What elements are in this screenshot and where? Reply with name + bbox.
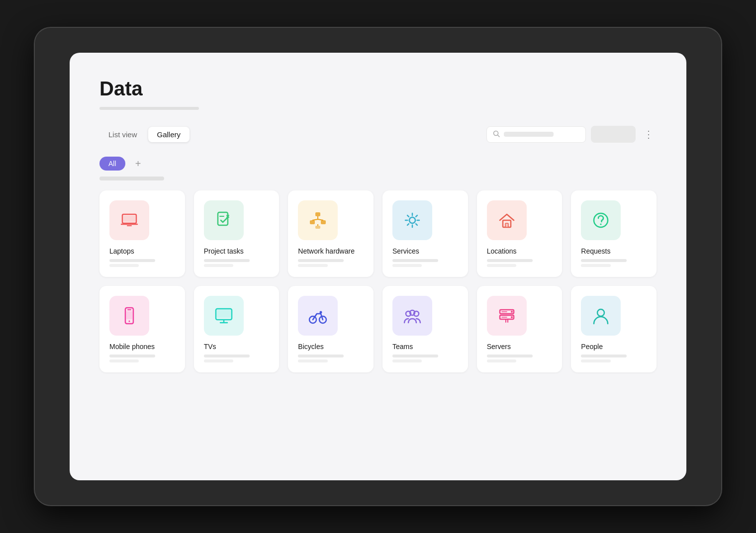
card-services[interactable]: Services — [382, 190, 468, 277]
add-section-button[interactable]: + — [131, 157, 145, 171]
card-people[interactable]: People — [571, 286, 657, 372]
card-meta-bar-servers — [487, 355, 533, 357]
filter-button[interactable] — [591, 126, 636, 143]
card-meta-bar-requests — [581, 259, 627, 262]
card-label-services: Services — [392, 247, 419, 255]
device-frame: Data List view Gallery ⋮ — [35, 28, 721, 505]
card-locations[interactable]: Locations — [477, 190, 563, 277]
svg-rect-9 — [315, 212, 320, 216]
card-meta-bar2-requests — [581, 264, 610, 267]
card-icon-bicycles — [298, 296, 338, 336]
section-controls: All + — [99, 157, 657, 171]
card-meta-bar2-bicycles — [298, 359, 327, 362]
svg-rect-4 — [127, 225, 132, 226]
card-meta-bar2-people — [581, 359, 610, 362]
card-tvs[interactable]: TVs — [194, 286, 280, 372]
card-icon-teams — [392, 296, 432, 336]
svg-line-1 — [498, 135, 500, 137]
card-servers[interactable]: Servers — [477, 286, 563, 372]
card-label-servers: Servers — [487, 343, 511, 351]
card-meta-bar-laptops — [109, 259, 155, 262]
svg-point-38 — [511, 311, 513, 313]
card-bicycles[interactable]: Bicycles — [288, 286, 374, 372]
card-teams[interactable]: Teams — [382, 286, 468, 372]
card-label-network-hardware: Network hardware — [298, 247, 355, 255]
svg-point-17 — [409, 217, 415, 223]
search-placeholder — [504, 132, 554, 137]
page-title: Data — [99, 78, 657, 100]
card-meta-bar2-servers — [487, 359, 516, 362]
svg-rect-29 — [217, 310, 231, 318]
svg-line-14 — [318, 219, 323, 220]
svg-line-13 — [312, 219, 318, 220]
svg-point-21 — [600, 224, 602, 225]
card-label-mobile-phones: Mobile phones — [109, 343, 155, 351]
card-icon-locations — [487, 200, 527, 240]
card-icon-laptops — [109, 200, 149, 240]
card-meta-bar2-tvs — [204, 359, 233, 362]
tab-list-view[interactable]: List view — [99, 127, 146, 142]
svg-rect-10 — [310, 220, 315, 224]
svg-point-32 — [320, 311, 322, 314]
card-meta-bar2-services — [392, 264, 422, 267]
svg-point-39 — [511, 316, 513, 318]
svg-rect-19 — [505, 223, 508, 227]
card-icon-servers — [487, 296, 527, 336]
card-label-bicycles: Bicycles — [298, 343, 323, 351]
card-mobile-phones[interactable]: Mobile phones — [99, 286, 185, 372]
toolbar: List view Gallery ⋮ — [99, 126, 657, 143]
card-label-people: People — [581, 343, 603, 351]
svg-rect-11 — [321, 220, 326, 224]
card-icon-requests — [581, 200, 621, 240]
section-label-bar — [99, 177, 164, 180]
card-icon-people — [581, 296, 621, 336]
view-tabs: List view Gallery — [99, 127, 189, 142]
card-meta-bar-tvs — [204, 355, 250, 357]
card-network-hardware[interactable]: Network hardware — [288, 190, 374, 277]
card-meta-bar2-mobile-phones — [109, 359, 139, 362]
title-underline — [99, 107, 199, 110]
card-project-tasks[interactable]: Project tasks — [194, 190, 280, 277]
card-label-teams: Teams — [392, 343, 413, 351]
svg-rect-15 — [315, 226, 320, 229]
svg-point-24 — [129, 321, 130, 322]
app-window: Data List view Gallery ⋮ — [70, 53, 686, 480]
card-meta-bar-people — [581, 355, 627, 357]
card-meta-bar2-laptops — [109, 264, 139, 267]
search-icon — [493, 130, 500, 139]
toolbar-right: ⋮ — [486, 126, 657, 143]
section-tab-all[interactable]: All — [99, 157, 125, 171]
card-laptops[interactable]: Laptops — [99, 190, 185, 277]
card-label-locations: Locations — [487, 247, 517, 255]
svg-point-42 — [597, 309, 604, 316]
search-bar[interactable] — [486, 126, 586, 143]
svg-rect-5 — [123, 216, 135, 222]
card-label-requests: Requests — [581, 247, 610, 255]
card-requests[interactable]: Requests — [571, 190, 657, 277]
card-meta-bar2-teams — [392, 359, 422, 362]
card-label-tvs: TVs — [204, 343, 216, 351]
card-label-project-tasks: Project tasks — [204, 247, 244, 255]
more-options-button[interactable]: ⋮ — [641, 126, 657, 142]
card-meta-bar-network-hardware — [298, 259, 344, 262]
card-meta-bar2-locations — [487, 264, 516, 267]
card-meta-bar-teams — [392, 355, 438, 357]
card-meta-bar2-project-tasks — [204, 264, 233, 267]
card-icon-network-hardware — [298, 200, 338, 240]
card-meta-bar-bicycles — [298, 355, 344, 357]
card-meta-bar2-network-hardware — [298, 264, 327, 267]
gallery-grid: Laptops Project tasks Network hardware — [99, 190, 657, 372]
card-meta-bar-mobile-phones — [109, 355, 155, 357]
card-meta-bar-project-tasks — [204, 259, 250, 262]
card-label-laptops: Laptops — [109, 247, 134, 255]
card-icon-mobile-phones — [109, 296, 149, 336]
card-icon-project-tasks — [204, 200, 244, 240]
card-meta-bar-locations — [487, 259, 533, 262]
card-icon-tvs — [204, 296, 244, 336]
svg-rect-25 — [126, 311, 132, 319]
tab-gallery[interactable]: Gallery — [148, 127, 190, 142]
card-meta-bar-services — [392, 259, 438, 262]
card-icon-services — [392, 200, 432, 240]
